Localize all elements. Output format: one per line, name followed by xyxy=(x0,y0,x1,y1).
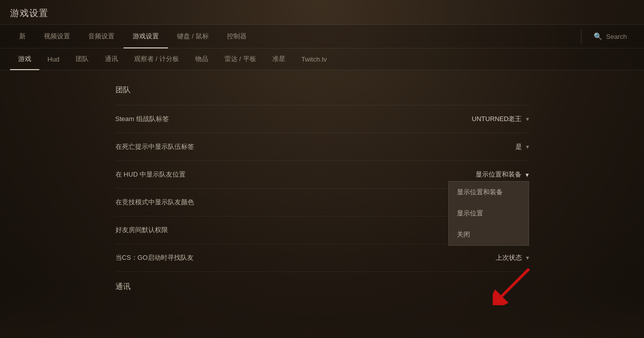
sub-nav-item-twitch[interactable]: Twitch.tv xyxy=(294,49,335,69)
sub-nav-item-game[interactable]: 游戏 xyxy=(10,48,39,70)
setting-row-show-position-hud: 在 HUD 中显示队友位置 显示位置和装备 ▾ 显示位置和装备 显示位置 关闭 xyxy=(115,161,529,189)
setting-label-steam-tag: Steam 组战队标签 xyxy=(115,115,472,124)
setting-row-find-party: 当CS：GO启动时寻找队友 上次状态 ▾ xyxy=(115,244,529,272)
chevron-down-icon-3: ▾ xyxy=(525,171,529,179)
chevron-down-icon-5: ▾ xyxy=(526,254,529,261)
chevron-down-icon-2: ▾ xyxy=(526,143,529,150)
search-icon: 🔍 xyxy=(594,32,602,40)
setting-label-show-position-hud: 在 HUD 中显示队友位置 xyxy=(115,170,476,179)
page-title: 游戏设置 xyxy=(10,7,634,19)
top-nav: 新 视频设置 音频设置 游戏设置 键盘 / 鼠标 控制器 🔍 Search xyxy=(0,25,644,48)
search-bar[interactable]: 🔍 Search xyxy=(587,28,634,44)
sub-nav-item-crosshair[interactable]: 准星 xyxy=(264,48,294,70)
sub-nav-item-comms[interactable]: 通讯 xyxy=(97,48,126,70)
top-nav-item-game[interactable]: 游戏设置 xyxy=(124,25,168,48)
search-label: Search xyxy=(606,33,627,40)
sub-nav: 游戏 Hud 团队 通讯 观察者 / 计分板 物品 雷达 / 平板 准星 Twi… xyxy=(0,48,644,70)
sub-nav-item-items[interactable]: 物品 xyxy=(187,48,216,70)
top-nav-item-new[interactable]: 新 xyxy=(10,25,35,48)
top-nav-item-controller[interactable]: 控制器 xyxy=(218,25,256,48)
setting-value-find-party[interactable]: 上次状态 ▾ xyxy=(496,253,529,262)
top-nav-item-keyboard[interactable]: 键盘 / 鼠标 xyxy=(168,25,218,48)
top-nav-item-video[interactable]: 视频设置 xyxy=(35,25,79,48)
dropdown-option-show-position[interactable]: 显示位置 xyxy=(449,203,529,224)
sub-nav-item-hud[interactable]: Hud xyxy=(39,49,68,69)
sub-nav-item-spectator[interactable]: 观察者 / 计分板 xyxy=(126,48,187,70)
setting-row-steam-tag: Steam 组战队标签 UNTURNED老王 ▾ xyxy=(115,105,529,133)
setting-label-find-party: 当CS：GO启动时寻找队友 xyxy=(115,253,496,262)
sub-nav-item-radar[interactable]: 雷达 / 平板 xyxy=(216,48,264,70)
sub-nav-item-team[interactable]: 团队 xyxy=(68,48,97,70)
top-nav-items: 新 视频设置 音频设置 游戏设置 键盘 / 鼠标 控制器 xyxy=(10,25,576,48)
dropdown-container-position: 显示位置和装备 ▾ 显示位置和装备 显示位置 关闭 xyxy=(476,170,529,179)
dropdown-option-off[interactable]: 关闭 xyxy=(449,224,529,245)
title-bar: 游戏设置 xyxy=(0,0,644,25)
nav-divider xyxy=(581,29,581,44)
setting-label-show-tag-death: 在死亡提示中显示队伍标签 xyxy=(115,142,515,151)
setting-value-steam-tag[interactable]: UNTURNED老王 ▾ xyxy=(472,115,529,124)
main-content: 团队 Steam 组战队标签 UNTURNED老王 ▾ 在死亡提示中显示队伍标签… xyxy=(95,70,549,307)
dropdown-menu-position: 显示位置和装备 显示位置 关闭 xyxy=(448,181,529,246)
team-section-title: 团队 xyxy=(115,85,529,95)
setting-row-show-tag-death: 在死亡提示中显示队伍标签 是 ▾ xyxy=(115,133,529,161)
settings-container: Steam 组战队标签 UNTURNED老王 ▾ 在死亡提示中显示队伍标签 是 … xyxy=(115,105,529,272)
setting-value-show-tag-death[interactable]: 是 ▾ xyxy=(515,142,529,151)
dropdown-option-show-position-equipment[interactable]: 显示位置和装备 xyxy=(449,182,529,203)
dropdown-trigger-position[interactable]: 显示位置和装备 ▾ xyxy=(476,170,529,179)
chevron-down-icon: ▾ xyxy=(526,116,529,123)
top-nav-item-audio[interactable]: 音频设置 xyxy=(79,25,124,48)
comms-section-title: 通讯 xyxy=(115,272,529,292)
